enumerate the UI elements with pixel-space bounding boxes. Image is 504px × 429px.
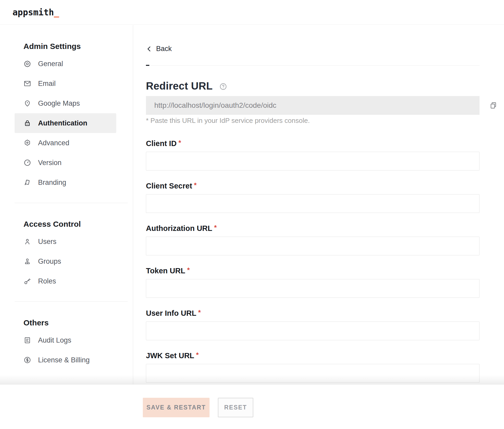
sidebar-item-groups[interactable]: Groups: [0, 251, 133, 271]
audit-log-icon: [23, 336, 31, 344]
sidebar-item-advanced[interactable]: Advanced: [0, 133, 133, 153]
lock-icon: [23, 119, 31, 127]
form-group-jwk-set-url: JWK Set URL*: [146, 351, 480, 383]
form-group-client-secret: Client Secret*: [146, 181, 480, 213]
sidebar-item-users[interactable]: Users: [0, 232, 133, 251]
main-content: Back Redirect URL http://localhost/login…: [133, 25, 504, 384]
field-label-token-url: Token URL*: [146, 266, 480, 275]
copy-icon[interactable]: [489, 101, 497, 110]
clock-icon: [23, 159, 31, 167]
client-secret-input[interactable]: [146, 194, 480, 213]
map-pin-icon: [23, 99, 31, 107]
divider-dash: [146, 65, 149, 66]
authorization-url-input[interactable]: [146, 237, 480, 255]
sidebar-item-label: Authentication: [38, 119, 87, 127]
sidebar-item-label: Roles: [38, 277, 56, 285]
sidebar-heading-access-control: Access Control: [23, 220, 133, 228]
title-row: Redirect URL: [146, 81, 480, 91]
logo-text: appsmith: [13, 7, 54, 17]
chevron-left-icon: [146, 46, 153, 52]
sidebar-item-label: Advanced: [38, 139, 69, 147]
sidebar-item-general[interactable]: General: [0, 54, 133, 74]
sidebar-item-google-maps[interactable]: Google Maps: [0, 93, 133, 113]
form-group-user-info-url: User Info URL*: [146, 309, 480, 340]
sidebar-divider: [15, 203, 128, 203]
required-asterisk: *: [198, 308, 201, 316]
footer: SAVE & RESTART RESET: [0, 385, 504, 429]
help-icon[interactable]: [219, 83, 227, 91]
sidebar-item-label: Google Maps: [38, 99, 80, 108]
hexagon-settings-icon: [23, 139, 31, 147]
form-group-authorization-url: Authorization URL*: [146, 224, 480, 255]
required-asterisk: *: [187, 266, 190, 274]
sidebar-item-branding[interactable]: Branding: [0, 173, 133, 192]
topbar: appsmith_: [0, 0, 504, 25]
field-label-client-secret: Client Secret*: [146, 181, 480, 191]
sidebar-item-authentication[interactable]: Authentication: [0, 113, 133, 133]
back-label: Back: [156, 45, 172, 53]
sidebar: Admin Settings General Email: [0, 25, 133, 384]
required-asterisk: *: [196, 351, 199, 359]
redirect-url-value: http://localhost/login/oauth2/code/oidc: [154, 101, 276, 110]
appsmith-logo: appsmith_: [13, 7, 59, 17]
flag-icon: [23, 179, 31, 186]
back-button[interactable]: Back: [146, 45, 172, 53]
sidebar-item-email[interactable]: Email: [0, 74, 133, 93]
sidebar-heading-admin-settings: Admin Settings: [23, 42, 133, 50]
field-label-user-info-url: User Info URL*: [146, 309, 480, 318]
form-group-client-id: Client ID*: [146, 139, 480, 171]
key-icon: [23, 277, 31, 285]
mail-icon: [23, 80, 31, 87]
sidebar-item-label: License & Billing: [38, 356, 90, 364]
sidebar-item-label: Groups: [38, 257, 61, 266]
field-label-jwk-set-url: JWK Set URL*: [146, 351, 480, 360]
logo-accent: _: [54, 7, 59, 17]
required-asterisk: *: [179, 139, 181, 147]
user-info-url-input[interactable]: [146, 321, 480, 340]
client-id-input[interactable]: [146, 152, 480, 171]
sidebar-item-version[interactable]: Version: [0, 153, 133, 173]
redirect-url-row: http://localhost/login/oauth2/code/oidc: [146, 96, 480, 115]
section-divider: [146, 65, 480, 66]
save-restart-button[interactable]: SAVE & RESTART: [143, 398, 210, 417]
reset-button[interactable]: RESET: [218, 398, 253, 417]
required-asterisk: *: [214, 224, 217, 231]
sidebar-item-label: Branding: [38, 179, 66, 187]
dollar-circle-icon: [23, 356, 31, 364]
user-icon: [23, 238, 31, 245]
redirect-url-input[interactable]: http://localhost/login/oauth2/code/oidc: [146, 96, 480, 115]
sidebar-item-label: Email: [38, 80, 56, 88]
token-url-input[interactable]: [146, 279, 480, 298]
sidebar-heading-others: Others: [23, 319, 133, 327]
sidebar-item-license-billing[interactable]: License & Billing: [0, 350, 133, 370]
gear-icon: [23, 60, 31, 68]
sidebar-item-label: General: [38, 60, 63, 68]
sidebar-item-label: Audit Logs: [38, 336, 71, 344]
required-asterisk: *: [194, 181, 196, 189]
page-title: Redirect URL: [146, 81, 213, 91]
sidebar-divider: [15, 301, 128, 302]
form-group-token-url: Token URL*: [146, 266, 480, 298]
page: appsmith_ Admin Settings General Email: [0, 0, 504, 429]
jwk-set-url-input[interactable]: [146, 364, 480, 383]
oidc-form: Client ID* Client Secret* Authorization …: [146, 139, 480, 383]
user-group-icon: [23, 257, 31, 265]
field-label-authorization-url: Authorization URL*: [146, 224, 480, 233]
sidebar-item-audit-logs[interactable]: Audit Logs: [0, 330, 133, 350]
sidebar-item-label: Users: [38, 238, 57, 246]
sidebar-item-roles[interactable]: Roles: [0, 271, 133, 291]
field-label-client-id: Client ID*: [146, 139, 480, 148]
redirect-url-hint: * Paste this URL in your IdP service pro…: [146, 117, 480, 125]
sidebar-item-label: Version: [38, 159, 62, 167]
